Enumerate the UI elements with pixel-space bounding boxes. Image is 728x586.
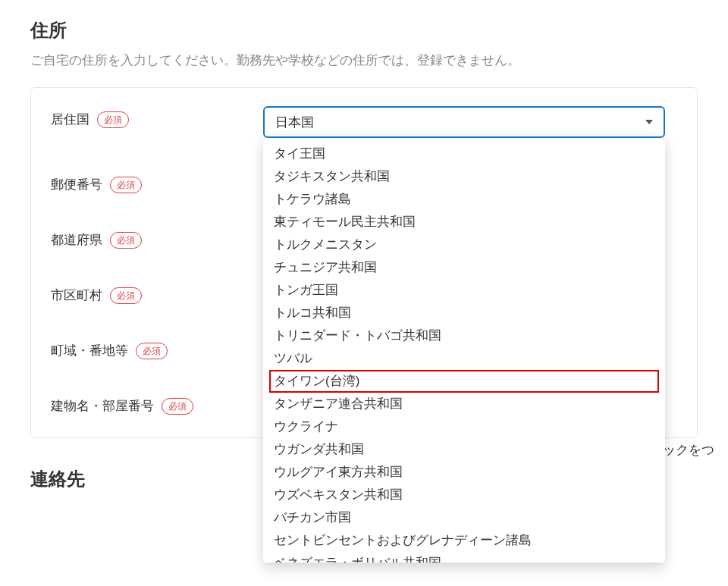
country-option[interactable]: トルクメニスタン: [263, 233, 665, 256]
required-badge: 必須: [136, 343, 168, 359]
required-badge: 必須: [110, 287, 142, 304]
country-option[interactable]: ウルグアイ東方共和国: [263, 461, 665, 484]
country-option[interactable]: タジキスタン共和国: [263, 165, 665, 188]
country-select[interactable]: 日本国: [263, 106, 665, 138]
address-section-title: 住所: [30, 18, 698, 42]
country-dropdown: タイ王国タジキスタン共和国トケラウ諸島東ティモール民主共和国トルクメニスタンチュ…: [263, 138, 665, 562]
city-label: 市区町村: [51, 287, 102, 304]
required-badge: 必須: [110, 177, 142, 193]
country-option[interactable]: ベネズエラ・ボリバル共和国: [263, 552, 665, 562]
country-option[interactable]: バチカン市国: [263, 506, 665, 529]
country-option[interactable]: タイワン(台湾): [269, 370, 659, 393]
country-option[interactable]: タイ王国: [263, 143, 665, 165]
hint-text-fragment: ックをつ: [663, 441, 714, 459]
required-badge: 必須: [110, 232, 142, 249]
country-option[interactable]: セントビンセントおよびグレナディーン諸島: [263, 529, 665, 552]
country-option[interactable]: チュニジア共和国: [263, 256, 665, 279]
country-label: 居住国: [51, 111, 89, 128]
chevron-down-icon: [645, 120, 653, 124]
country-option[interactable]: 東ティモール民主共和国: [263, 211, 665, 233]
street-label: 町域・番地等: [51, 342, 128, 359]
bldg-label: 建物名・部屋番号: [51, 397, 154, 415]
country-option[interactable]: タンザニア連合共和国: [263, 393, 665, 415]
required-badge: 必須: [97, 111, 129, 128]
country-option[interactable]: トルコ共和国: [263, 302, 665, 324]
required-badge: 必須: [162, 398, 193, 415]
country-option[interactable]: トリニダード・トバゴ共和国: [263, 324, 665, 347]
country-option[interactable]: トケラウ諸島: [263, 188, 665, 211]
country-option[interactable]: トンガ王国: [263, 279, 665, 302]
country-option[interactable]: ウガンダ共和国: [263, 438, 665, 461]
country-option[interactable]: ウクライナ: [263, 415, 665, 438]
postal-label: 郵便番号: [51, 176, 102, 193]
pref-label: 都道府県: [51, 231, 102, 249]
country-option[interactable]: ウズベキスタン共和国: [263, 484, 665, 506]
address-form-card: 居住国 必須 日本国 タイ王国タジキスタン共和国トケラウ諸島東ティモール民主共和…: [30, 87, 698, 438]
country-select-value: 日本国: [275, 114, 314, 131]
address-section-desc: ご自宅の住所を入力してください。勤務先や学校などの住所では、登録できません。: [30, 52, 698, 69]
country-option[interactable]: ツバル: [263, 347, 665, 370]
